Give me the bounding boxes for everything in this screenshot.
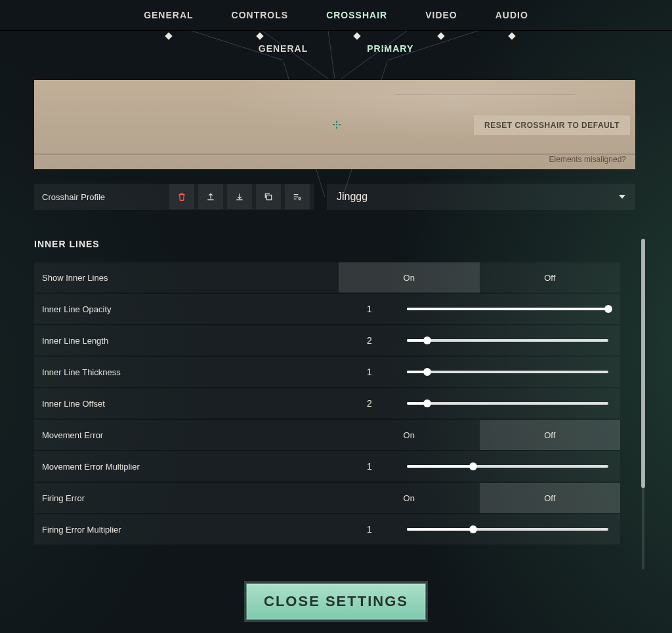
setting-row-firingError: Firing ErrorOnOff [34, 483, 620, 513]
subtab-general[interactable]: GENERAL [259, 43, 308, 54]
slider-thumb[interactable] [604, 305, 612, 313]
crosshair-preview: RESET CROSSHAIR TO DEFAULT Elements misa… [34, 80, 635, 169]
chevron-down-icon [619, 195, 625, 199]
slider-thumb[interactable] [469, 525, 477, 533]
sub-tabs: GENERAL PRIMARY [0, 43, 672, 54]
setting-controls: 2 [339, 325, 620, 356]
setting-controls: 1 [339, 357, 620, 387]
slider-cell [400, 357, 620, 387]
setting-label: Firing Error [34, 493, 339, 503]
scrollbar[interactable] [642, 239, 644, 569]
misaligned-link[interactable]: Elements misaligned? [549, 155, 626, 164]
slider-cell [400, 294, 620, 324]
import-profile-button[interactable] [227, 184, 252, 209]
copy-icon [263, 192, 274, 202]
slider-value: 2 [339, 388, 400, 419]
slider-thumb[interactable] [469, 462, 477, 470]
subtab-primary[interactable]: PRIMARY [367, 43, 413, 54]
close-settings-button[interactable]: CLOSE SETTINGS [246, 583, 426, 620]
slider-track[interactable] [407, 308, 608, 310]
setting-row-thickness: Inner Line Thickness1 [34, 357, 620, 387]
svg-rect-7 [266, 195, 271, 199]
tab-audio[interactable]: AUDIO [495, 10, 528, 20]
setting-row-movementError: Movement ErrorOnOff [34, 420, 620, 450]
slider-track[interactable] [407, 402, 608, 405]
slider-track[interactable] [407, 465, 608, 468]
setting-row-offset: Inner Line Offset2 [34, 388, 620, 419]
setting-controls: OnOff [339, 262, 620, 293]
profile-row: Crosshair Profile Jinggg [34, 184, 635, 210]
tab-crosshair[interactable]: CROSSHAIR [326, 10, 387, 20]
slider-cell [400, 451, 620, 481]
toggle-off[interactable]: Off [480, 262, 621, 293]
setting-controls: OnOff [339, 420, 620, 450]
setting-row-show: Show Inner LinesOnOff [34, 262, 620, 293]
profile-selected-value: Jinggg [337, 191, 368, 203]
setting-controls: 1 [339, 294, 620, 324]
slider-fill [407, 528, 473, 531]
setting-label: Firing Error Multiplier [34, 525, 339, 535]
primary-tabs: GENERAL CONTROLS CROSSHAIR VIDEO AUDIO [0, 0, 672, 31]
slider-cell [400, 388, 620, 419]
setting-row-opacity: Inner Line Opacity1 [34, 294, 620, 324]
toggle-off[interactable]: Off [480, 420, 621, 450]
toggle-on[interactable]: On [339, 483, 480, 513]
slider-value: 1 [339, 294, 400, 324]
setting-label: Inner Line Length [34, 336, 339, 346]
profile-toolbar: Crosshair Profile [34, 184, 314, 210]
tab-video[interactable]: VIDEO [425, 10, 457, 20]
slider-value: 1 [339, 514, 400, 544]
tab-general[interactable]: GENERAL [144, 10, 193, 20]
toggle-off[interactable]: Off [480, 483, 621, 513]
slider-track[interactable] [407, 528, 608, 531]
settings-scroll-area: INNER LINES Show Inner LinesOnOffInner L… [34, 239, 635, 569]
setting-controls: OnOff [339, 483, 620, 513]
profile-dropdown[interactable]: Jinggg [327, 184, 635, 210]
setting-row-firingErrorMult: Firing Error Multiplier1 [34, 514, 620, 544]
slider-cell [400, 514, 620, 544]
texture-line [395, 94, 576, 95]
trash-icon [177, 192, 187, 202]
slider-cell [400, 325, 620, 356]
slider-value: 1 [339, 451, 400, 481]
slider-fill [407, 308, 608, 310]
scrollbar-thumb[interactable] [641, 239, 645, 488]
section-title: INNER LINES [34, 239, 635, 249]
setting-controls: 2 [339, 388, 620, 419]
setting-label: Inner Line Offset [34, 399, 339, 409]
toggle-on[interactable]: On [339, 262, 480, 293]
slider-value: 2 [339, 325, 400, 356]
copy-profile-button[interactable] [256, 184, 281, 209]
setting-row-length: Inner Line Length2 [34, 325, 620, 356]
edit-list-icon [292, 192, 303, 202]
slider-track[interactable] [407, 339, 608, 342]
slider-thumb[interactable] [423, 368, 431, 376]
setting-label: Inner Line Thickness [34, 367, 339, 377]
tab-controls[interactable]: CONTROLS [232, 10, 289, 20]
upload-icon [205, 192, 216, 202]
toggle-on[interactable]: On [339, 420, 480, 450]
setting-controls: 1 [339, 514, 620, 544]
slider-thumb[interactable] [423, 337, 431, 344]
slider-fill [407, 465, 473, 468]
setting-row-movementErrorMult: Movement Error Multiplier1 [34, 451, 620, 481]
settings-rows: Show Inner LinesOnOffInner Line Opacity1… [34, 262, 620, 544]
setting-label: Show Inner Lines [34, 273, 339, 283]
setting-controls: 1 [339, 451, 620, 481]
slider-value: 1 [339, 357, 400, 387]
setting-label: Movement Error Multiplier [34, 462, 339, 472]
texture-line [34, 153, 635, 155]
setting-label: Inner Line Opacity [34, 304, 339, 314]
edit-profile-button[interactable] [285, 184, 310, 209]
slider-thumb[interactable] [423, 399, 431, 407]
profile-label: Crosshair Profile [34, 192, 169, 202]
export-profile-button[interactable] [198, 184, 223, 209]
slider-track[interactable] [407, 371, 608, 373]
setting-label: Movement Error [34, 430, 339, 440]
reset-crosshair-button[interactable]: RESET CROSSHAIR TO DEFAULT [474, 115, 630, 135]
download-icon [234, 192, 245, 202]
delete-profile-button[interactable] [169, 184, 194, 209]
content-area: RESET CROSSHAIR TO DEFAULT Elements misa… [34, 80, 635, 569]
crosshair-icon [333, 121, 341, 129]
